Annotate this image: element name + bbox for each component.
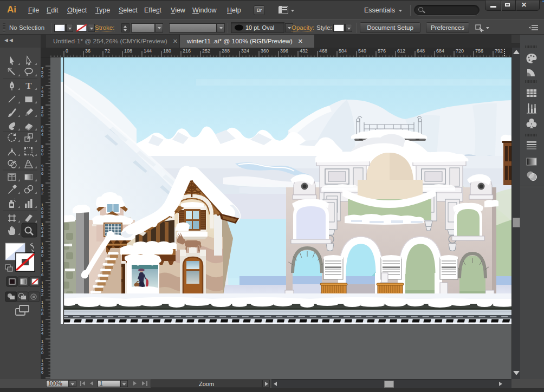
svg-text:576: 576 xyxy=(378,48,386,54)
svg-text:540: 540 xyxy=(358,48,366,54)
svg-text:468: 468 xyxy=(319,48,327,54)
svg-text:0: 0 xyxy=(41,253,43,258)
svg-text:504: 504 xyxy=(339,48,347,54)
svg-text:432: 432 xyxy=(300,48,308,54)
svg-text:324: 324 xyxy=(241,48,249,54)
svg-text:2: 2 xyxy=(41,93,43,98)
svg-text:756: 756 xyxy=(475,48,483,54)
svg-text:216: 216 xyxy=(183,48,191,54)
svg-text:4: 4 xyxy=(41,233,43,238)
svg-text:2: 2 xyxy=(41,191,43,195)
svg-text:8: 8 xyxy=(41,311,43,316)
svg-text:396: 396 xyxy=(280,48,288,54)
svg-text:72: 72 xyxy=(105,48,110,54)
svg-text:108: 108 xyxy=(124,48,132,54)
svg-text:684: 684 xyxy=(436,48,444,54)
svg-text:180: 180 xyxy=(163,48,171,54)
svg-text:720: 720 xyxy=(456,48,464,54)
svg-text:6: 6 xyxy=(41,370,43,375)
svg-text:36: 36 xyxy=(85,48,90,54)
svg-text:8: 8 xyxy=(41,214,43,219)
svg-text:6: 6 xyxy=(41,171,43,176)
svg-text:360: 360 xyxy=(261,48,269,54)
svg-text:252: 252 xyxy=(202,48,210,54)
svg-text:0: 0 xyxy=(41,350,43,355)
svg-text:0: 0 xyxy=(41,152,43,156)
svg-text:4: 4 xyxy=(41,331,43,336)
svg-text:612: 612 xyxy=(397,48,405,54)
svg-text:6: 6 xyxy=(41,74,43,79)
svg-text:6: 6 xyxy=(41,272,43,277)
svg-text:8: 8 xyxy=(41,113,43,117)
svg-text:2: 2 xyxy=(41,292,43,297)
svg-text:4: 4 xyxy=(41,132,43,137)
svg-text:T: T xyxy=(25,81,32,91)
svg-text:648: 648 xyxy=(417,48,425,54)
svg-text:288: 288 xyxy=(222,48,230,54)
svg-text:792: 792 xyxy=(495,48,503,54)
svg-text:144: 144 xyxy=(144,48,152,54)
svg-text:0: 0 xyxy=(66,48,68,54)
